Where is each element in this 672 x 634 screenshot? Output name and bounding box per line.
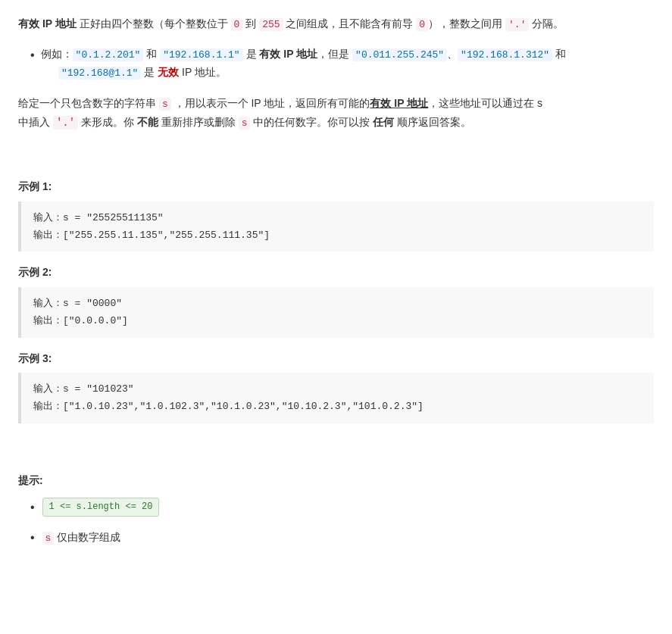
desc-mid1: ，用以表示一个 IP 地址，返回所有可能的: [171, 97, 370, 109]
example-3-code: 输入：s = "101023" 输出：["1.0.10.23","1.0.102…: [18, 373, 654, 423]
invalid-ip-2: "192.168.1.312": [458, 48, 552, 61]
desc-line2-post4: 顺序返回答案。: [394, 116, 471, 128]
example-1-input: 输入：s = "25525511135": [33, 209, 642, 226]
bullet-dot: •: [30, 47, 35, 64]
ip-suffix: IP 地址。: [179, 66, 227, 78]
valid-ip-text: 有效 IP 地址: [259, 48, 317, 60]
cannot-label: 不能: [137, 116, 158, 128]
s-var-1: s: [159, 98, 171, 111]
valid-ip-label: 有效 IP 地址: [18, 17, 77, 30]
example-3: 示例 3: 输入：s = "101023" 输出：["1.0.10.23","1…: [18, 350, 654, 423]
is-valid-text: 是: [243, 48, 260, 60]
example-2-code: 输入：s = "0000" 输出：["0.0.0.0"]: [18, 287, 654, 338]
hint-text-2-suffix: 仅由数字组成: [54, 531, 120, 543]
example-2: 示例 2: 输入：s = "0000" 输出：["0.0.0.0"]: [18, 264, 654, 337]
intro-part2: 正好由四个整数（每个整数位于: [77, 17, 231, 30]
dot-code: '.': [505, 18, 529, 31]
invalid-label: 无效: [158, 66, 179, 78]
example-2-input: 输入：s = "0000": [33, 295, 642, 312]
but-text: ，但是: [317, 48, 352, 60]
zero-code: 0: [231, 18, 243, 31]
hint-item-1: • 1 <= s.length <= 20: [30, 498, 654, 517]
s-hint-code: s: [42, 532, 55, 545]
leading-zero-code: 0: [416, 18, 428, 31]
hint-dot-2: •: [30, 528, 35, 548]
example-prefix: 例如：: [41, 48, 73, 60]
invalid-ip-1: "0.011.255.245": [352, 48, 447, 61]
example-1-output: 输出：["255.255.11.135","255.255.111.35"]: [33, 226, 642, 244]
intro-paragraph: 有效 IP 地址 正好由四个整数（每个整数位于 0 到 255 之间组成，且不能…: [18, 15, 654, 33]
example-1: 示例 1: 输入：s = "25525511135" 输出：["255.255.…: [18, 178, 654, 251]
example-3-title: 示例 3:: [18, 350, 654, 367]
bullet-example-section: • 例如："0.1.2.201" 和 "192.168.1.1" 是 有效 IP…: [30, 45, 654, 82]
valid-ip-1: "0.1.2.201": [73, 48, 144, 61]
any-order-label: 任何: [373, 116, 394, 128]
description-paragraph: 给定一个只包含数字的字符串 s ，用以表示一个 IP 地址，返回所有可能的有效 …: [18, 94, 654, 133]
intro-part4: 之间组成，且不能含有前导: [283, 17, 417, 30]
hint-text-2: s 仅由数字组成: [42, 529, 121, 547]
desc-line2-post3: 中的任何数字。你可以按: [250, 116, 373, 128]
example-2-output: 输出：["0.0.0.0"]: [33, 312, 642, 329]
dot-insert: '.': [53, 116, 78, 130]
desc-line2-post: 来形成。你: [78, 116, 137, 128]
intro-part3: 到: [242, 17, 259, 30]
max-code: 255: [259, 18, 283, 31]
intro-part5: ），整数之间用: [428, 17, 505, 30]
sep1: 、: [447, 48, 458, 60]
hints-title: 提示:: [18, 472, 654, 489]
and2: 和: [552, 48, 566, 60]
desc-line2: 中插入: [18, 116, 53, 128]
example-3-input: 输入：s = "101023": [33, 380, 642, 398]
intro-part6: 分隔。: [529, 17, 564, 30]
desc-line2-post2: 重新排序或删除: [158, 116, 239, 128]
example-1-title: 示例 1:: [18, 178, 654, 195]
and-1: 和: [143, 48, 160, 60]
example-1-code: 输入：s = "25525511135" 输出：["255.255.11.135…: [18, 201, 654, 252]
desc-post1: ，这些地址可以通过在 s: [428, 97, 542, 109]
hints-bullet-section: • 1 <= s.length <= 20 • s 仅由数字组成: [30, 498, 654, 547]
is-invalid-text: 是: [141, 66, 158, 78]
valid-ip-2: "192.168.1.1": [160, 48, 242, 61]
example-3-output: 输出：["1.0.10.23","1.0.102.3","10.1.0.23",…: [33, 398, 642, 415]
example-2-title: 示例 2:: [18, 264, 654, 280]
hint-badge-1: 1 <= s.length <= 20: [42, 498, 160, 517]
desc-pre1: 给定一个只包含数字的字符串: [18, 97, 159, 109]
bullet-example-text: 例如："0.1.2.201" 和 "192.168.1.1" 是 有效 IP 地…: [41, 45, 566, 82]
valid-ip-emphasis: 有效 IP 地址: [370, 97, 428, 109]
hint-dot-1: •: [30, 498, 35, 517]
examples-section: 示例 1: 输入：s = "25525511135" 输出：["255.255.…: [18, 178, 654, 423]
hint-item-2: • s 仅由数字组成: [30, 528, 654, 548]
s-var-2: s: [239, 117, 251, 130]
bullet-item-example: • 例如："0.1.2.201" 和 "192.168.1.1" 是 有效 IP…: [30, 45, 654, 82]
hints-section: 提示: • 1 <= s.length <= 20 • s 仅由数字组成: [18, 472, 654, 548]
